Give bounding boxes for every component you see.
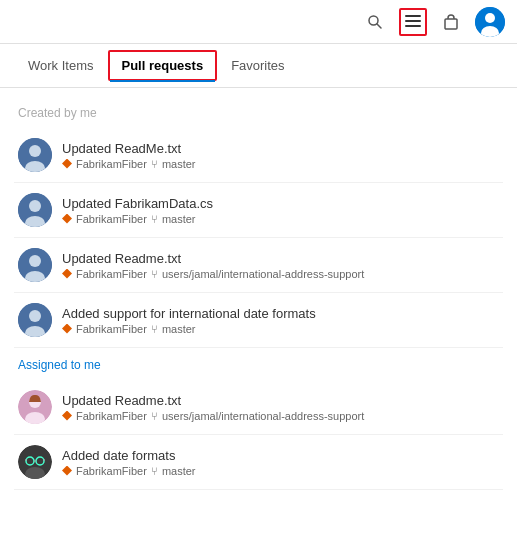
branch-name: users/jamal/international-address-suppor… xyxy=(162,410,364,422)
item-meta: FabrikamFiber ⑂ master xyxy=(62,158,196,170)
item-title: Updated Readme.txt xyxy=(62,251,364,266)
svg-point-19 xyxy=(29,310,41,322)
repo-icon xyxy=(62,159,72,169)
branch-icon: ⑂ xyxy=(151,323,158,335)
search-icon[interactable] xyxy=(361,8,389,36)
list-item[interactable]: Added date formats FabrikamFiber ⑂ maste… xyxy=(14,435,503,490)
branch-icon: ⑂ xyxy=(151,465,158,477)
svg-rect-3 xyxy=(405,20,421,22)
branch-icon: ⑂ xyxy=(151,158,158,170)
list-item[interactable]: Updated ReadMe.txt FabrikamFiber ⑂ maste… xyxy=(14,128,503,183)
branch-name: master xyxy=(162,323,196,335)
item-meta: FabrikamFiber ⑂ master xyxy=(62,213,213,225)
item-title: Updated Readme.txt xyxy=(62,393,364,408)
svg-rect-2 xyxy=(405,15,421,17)
svg-point-7 xyxy=(485,13,495,23)
svg-rect-4 xyxy=(405,25,421,27)
item-meta: FabrikamFiber ⑂ users/jamal/internationa… xyxy=(62,410,364,422)
item-meta: FabrikamFiber ⑂ master xyxy=(62,465,196,477)
repo-icon xyxy=(62,466,72,476)
branch-name: master xyxy=(162,465,196,477)
branch-icon: ⑂ xyxy=(151,213,158,225)
user-avatar-header[interactable] xyxy=(475,7,505,37)
repo-name: FabrikamFiber xyxy=(76,268,147,280)
repo-icon xyxy=(62,214,72,224)
tabs-bar: Work Items Pull requests Favorites xyxy=(0,44,517,88)
header-icon-group xyxy=(361,7,505,37)
svg-line-1 xyxy=(377,24,381,28)
tab-pull-requests[interactable]: Pull requests xyxy=(108,50,218,81)
svg-point-13 xyxy=(29,200,41,212)
tab-work-items[interactable]: Work Items xyxy=(14,48,108,83)
repo-name: FabrikamFiber xyxy=(76,465,147,477)
item-title: Added support for international date for… xyxy=(62,306,316,321)
section-created-by-me: Created by me Updated ReadMe.txt Fabrika… xyxy=(14,106,503,348)
bag-icon[interactable] xyxy=(437,8,465,36)
item-title: Updated ReadMe.txt xyxy=(62,141,196,156)
list-item[interactable]: Updated Readme.txt FabrikamFiber ⑂ users… xyxy=(14,380,503,435)
svg-rect-5 xyxy=(445,19,457,29)
assigned-to-me-list: Updated Readme.txt FabrikamFiber ⑂ users… xyxy=(14,380,503,490)
tab-favorites[interactable]: Favorites xyxy=(217,48,298,83)
list-item[interactable]: Updated FabrikamData.cs FabrikamFiber ⑂ … xyxy=(14,183,503,238)
main-content: Created by me Updated ReadMe.txt Fabrika… xyxy=(0,88,517,490)
avatar xyxy=(18,303,52,337)
branch-name: master xyxy=(162,213,196,225)
item-meta: FabrikamFiber ⑂ master xyxy=(62,323,316,335)
section-label-assigned[interactable]: Assigned to me xyxy=(14,358,503,372)
branch-name: master xyxy=(162,158,196,170)
item-meta: FabrikamFiber ⑂ users/jamal/internationa… xyxy=(62,268,364,280)
list-view-icon[interactable] xyxy=(399,8,427,36)
list-item[interactable]: Updated Readme.txt FabrikamFiber ⑂ users… xyxy=(14,238,503,293)
section-label-created: Created by me xyxy=(14,106,503,120)
avatar xyxy=(18,138,52,172)
branch-icon: ⑂ xyxy=(151,410,158,422)
branch-name: users/jamal/international-address-suppor… xyxy=(162,268,364,280)
list-item[interactable]: Added support for international date for… xyxy=(14,293,503,348)
repo-icon xyxy=(62,324,72,334)
avatar xyxy=(18,248,52,282)
svg-point-10 xyxy=(29,145,41,157)
repo-name: FabrikamFiber xyxy=(76,158,147,170)
repo-name: FabrikamFiber xyxy=(76,323,147,335)
repo-name: FabrikamFiber xyxy=(76,410,147,422)
section-assigned-to-me: Assigned to me Updated Readme.txt xyxy=(14,358,503,490)
avatar xyxy=(18,193,52,227)
item-title: Added date formats xyxy=(62,448,196,463)
avatar xyxy=(18,390,52,424)
repo-icon xyxy=(62,411,72,421)
created-by-me-list: Updated ReadMe.txt FabrikamFiber ⑂ maste… xyxy=(14,128,503,348)
branch-icon: ⑂ xyxy=(151,268,158,280)
avatar xyxy=(18,445,52,479)
item-title: Updated FabrikamData.cs xyxy=(62,196,213,211)
repo-name: FabrikamFiber xyxy=(76,213,147,225)
header xyxy=(0,0,517,44)
svg-point-16 xyxy=(29,255,41,267)
repo-icon xyxy=(62,269,72,279)
